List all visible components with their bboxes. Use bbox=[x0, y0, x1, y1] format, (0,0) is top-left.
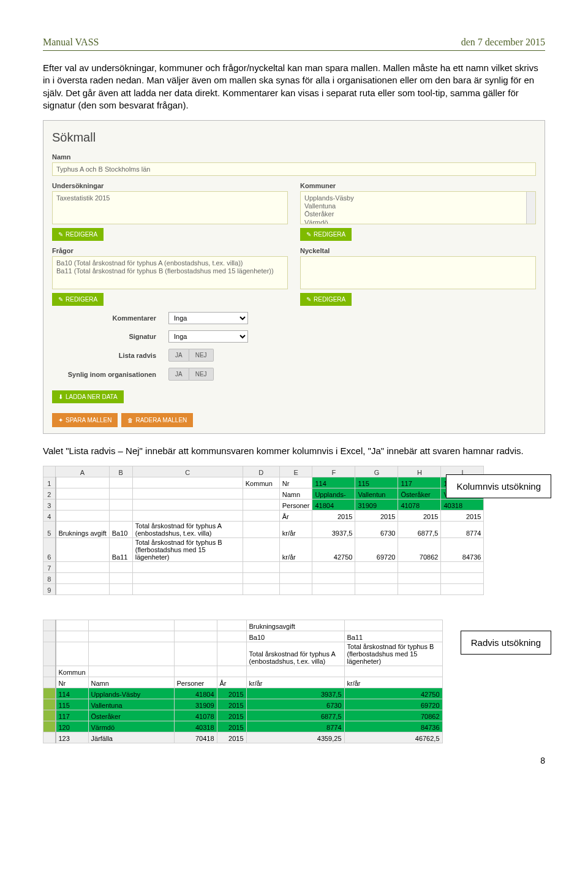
download-icon bbox=[58, 393, 63, 400]
signatur-select[interactable]: Inga bbox=[168, 330, 248, 343]
pencil-icon bbox=[58, 296, 63, 303]
redigera-fragor-button[interactable]: REDIGERA bbox=[52, 293, 104, 306]
excel-radvis: BrukningsavgiftBa10Ba11Total årskostnad … bbox=[43, 620, 443, 743]
header-divider bbox=[43, 50, 545, 51]
synlig-nej-button[interactable]: NEJ bbox=[189, 368, 214, 381]
callout-radvis: Radvis utsökning bbox=[461, 631, 551, 655]
redigera-kommuner-button[interactable]: REDIGERA bbox=[300, 228, 352, 241]
synlig-label: Synlig inom organisationen bbox=[52, 371, 168, 378]
callout-kolumnvis: Kolumnvis utsökning bbox=[446, 474, 551, 498]
fragor-label: Frågor bbox=[52, 247, 288, 254]
redigera-undersokningar-button[interactable]: REDIGERA bbox=[52, 228, 104, 241]
undersokningar-list[interactable]: Taxestatistik 2015 bbox=[52, 191, 288, 224]
nyckeltal-list[interactable] bbox=[300, 256, 536, 289]
name-label: Namn bbox=[52, 153, 536, 161]
radera-mallen-button[interactable]: RADERA MALLEN bbox=[121, 413, 193, 427]
excel-kolumnvis: ABCDEFGHI1KommunNr1141151171202NamnUppla… bbox=[43, 466, 484, 595]
pencil-icon bbox=[306, 231, 311, 238]
synlig-ja-button[interactable]: JA bbox=[168, 368, 189, 381]
excel-radvis-wrap: BrukningsavgiftBa10Ba11Total årskostnad … bbox=[43, 620, 545, 743]
lista-radvis-label: Lista radvis bbox=[52, 352, 168, 359]
lista-radvis-toggle[interactable]: JA NEJ bbox=[168, 349, 214, 362]
synlig-toggle[interactable]: JA NEJ bbox=[168, 368, 214, 381]
spara-mallen-button[interactable]: SPARA MALLEN bbox=[52, 413, 118, 427]
form-title: Sökmall bbox=[52, 131, 536, 145]
ladda-ner-button[interactable]: LADDA NER DATA bbox=[52, 390, 124, 403]
kommentarer-label: Kommentarer bbox=[52, 314, 168, 322]
kommuner-label: Kommuner bbox=[300, 182, 536, 189]
fragor-list[interactable]: Ba10 (Total årskostnad för typhus A (enb… bbox=[52, 256, 288, 289]
sokmall-form: Sökmall Namn Undersökningar Taxestatisti… bbox=[43, 120, 545, 434]
trash-icon bbox=[127, 417, 133, 423]
kommuner-list[interactable]: Upplands-Väsby Vallentuna Österåker Värm… bbox=[300, 191, 536, 224]
header-right: den 7 december 2015 bbox=[461, 37, 545, 48]
undersokningar-label: Undersökningar bbox=[52, 182, 288, 189]
save-icon bbox=[58, 417, 63, 423]
paragraph-1: Efter val av undersökningar, kommuner oc… bbox=[43, 62, 545, 112]
redigera-nyckeltal-button[interactable]: REDIGERA bbox=[300, 293, 352, 306]
paragraph-2: Valet "Lista radvis – Nej" innebär att k… bbox=[43, 445, 545, 457]
excel-kolumnvis-wrap: ABCDEFGHI1KommunNr1141151171202NamnUppla… bbox=[43, 466, 545, 595]
name-input[interactable] bbox=[52, 162, 536, 176]
lista-ja-button[interactable]: JA bbox=[168, 349, 189, 362]
pencil-icon bbox=[58, 231, 63, 238]
nyckeltal-label: Nyckeltal bbox=[300, 247, 536, 254]
kommentarer-select[interactable]: Inga bbox=[168, 312, 248, 324]
header-left: Manual VASS bbox=[43, 37, 99, 48]
signatur-label: Signatur bbox=[52, 333, 168, 340]
page-number: 8 bbox=[43, 756, 545, 765]
pencil-icon bbox=[306, 296, 311, 303]
lista-nej-button[interactable]: NEJ bbox=[189, 349, 214, 362]
